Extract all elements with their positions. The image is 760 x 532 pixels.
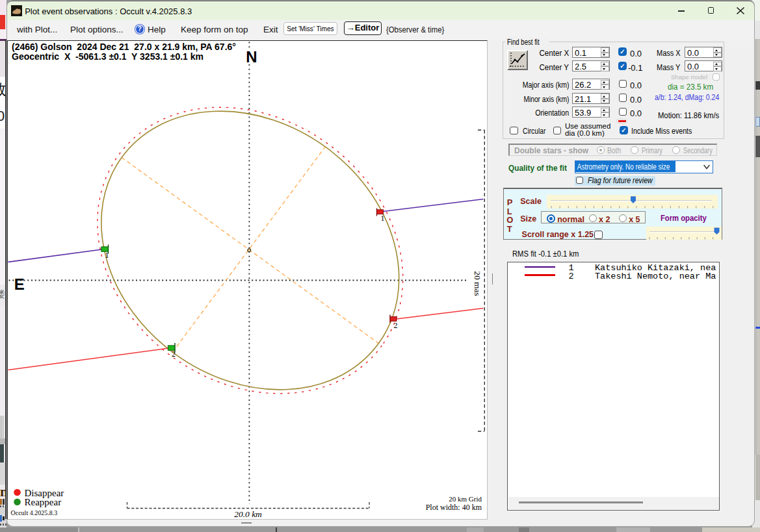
svg-text:Plot width: 40 km: Plot width: 40 km xyxy=(426,503,482,512)
svg-text:1: 1 xyxy=(381,214,385,223)
svg-text:E: E xyxy=(14,275,25,293)
svg-text:(2466) Golson 2024 Dec 21 27: (2466) Golson 2024 Dec 21 27.0 x 21.9 km… xyxy=(12,42,236,52)
svg-text:Geocentric X -5061.3 ±0.1 Y: Geocentric X -5061.3 ±0.1 Y 3253.1 ±0.1 … xyxy=(12,51,203,62)
svg-text:2: 2 xyxy=(394,321,398,330)
svg-text:Occult 4.2025.8.3: Occult 4.2025.8.3 xyxy=(11,509,58,516)
svg-text:2: 2 xyxy=(172,349,176,359)
svg-text:20.0 km: 20.0 km xyxy=(234,509,262,519)
svg-text:N: N xyxy=(246,48,257,66)
svg-text:Reappear: Reappear xyxy=(25,497,62,507)
svg-text:20 km Grid: 20 km Grid xyxy=(449,495,482,503)
svg-text:1: 1 xyxy=(105,251,109,260)
svg-text:20 mas: 20 mas xyxy=(473,271,482,296)
svg-text:Disappear: Disappear xyxy=(25,488,64,498)
